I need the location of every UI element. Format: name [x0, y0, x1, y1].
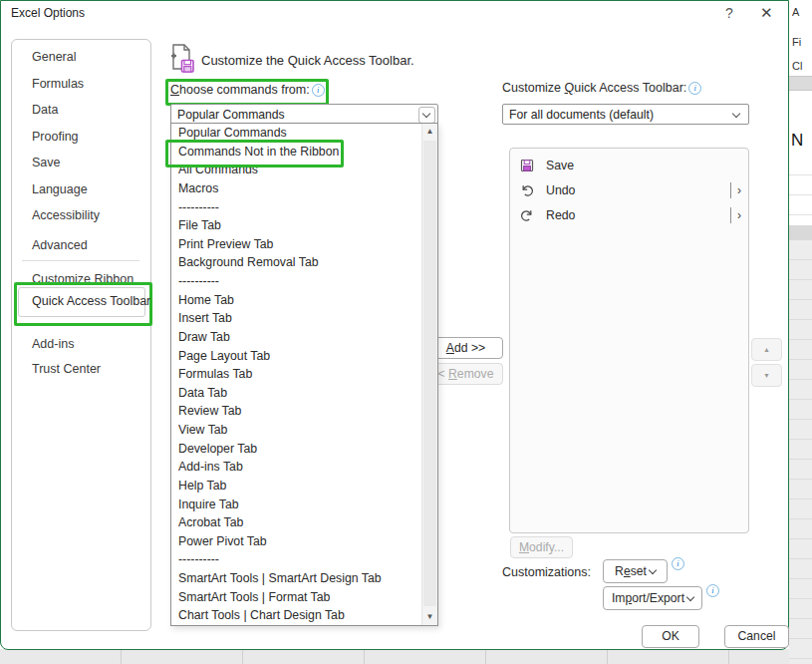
qat-command-undo[interactable]: Undo ›: [510, 178, 748, 203]
label-text: Customize: [502, 81, 565, 95]
dropdown-item[interactable]: Add-ins Tab: [171, 458, 422, 477]
dropdown-item[interactable]: ----------: [171, 272, 422, 291]
annotation-box-commands-not-in-ribbon: [165, 140, 344, 167]
bg-gridlines: [789, 240, 812, 664]
dropdown-item[interactable]: Insert Tab: [171, 309, 422, 328]
move-up-button-disabled: ▲: [751, 338, 782, 361]
customizations-label: Customizations:: [502, 565, 591, 579]
dropdown-item[interactable]: Print Preview Tab: [171, 235, 422, 254]
move-down-button-disabled: ▼: [751, 364, 782, 387]
dropdown-item[interactable]: Formulas Tab: [171, 365, 422, 384]
sidebar-item-language[interactable]: Language: [32, 182, 88, 196]
dropdown-item[interactable]: Macros: [171, 179, 422, 198]
dropdown-item[interactable]: Power Pivot Tab: [171, 532, 422, 551]
dropdown-item[interactable]: Data Tab: [171, 384, 422, 403]
dropdown-item[interactable]: Background Removal Tab: [171, 253, 422, 272]
info-icon[interactable]: i: [672, 557, 684, 570]
sidebar-item-formulas[interactable]: Formulas: [32, 77, 84, 91]
label-mnemonic: C: [170, 83, 179, 97]
modify-button-disabled: Modify...: [510, 536, 573, 558]
sidebar-item-general[interactable]: General: [32, 50, 76, 64]
dropdown-item[interactable]: File Tab: [171, 216, 422, 235]
excel-sheet-background-bottom: [0, 649, 789, 664]
chevron-down-icon: [422, 109, 430, 117]
sidebar-item-label: Quick Access Toolbar: [32, 294, 150, 308]
dropdown-item[interactable]: Draw Tab: [171, 328, 422, 347]
sidebar-item-save[interactable]: Save: [32, 156, 61, 169]
choose-commands-label: Choose commands from:i: [170, 83, 325, 97]
undo-icon: [519, 182, 535, 198]
info-icon[interactable]: i: [312, 84, 325, 97]
label-mnemonic: Q: [565, 81, 575, 95]
chevron-down-icon: [686, 593, 694, 601]
dropdown-item[interactable]: SmartArt Tools | SmartArt Design Tab: [171, 569, 422, 588]
dropdown-item[interactable]: ----------: [171, 198, 422, 217]
cancel-button[interactable]: Cancel: [724, 625, 789, 648]
dropdown-item[interactable]: Home Tab: [171, 291, 422, 310]
dropdown-item[interactable]: Inquire Tab: [171, 496, 422, 514]
label-text: <: [438, 367, 449, 381]
combobox-value: For all documents (default): [509, 108, 654, 122]
label-text: uick Access Toolbar:: [574, 81, 686, 95]
sidebar-item-add-ins[interactable]: Add-ins: [32, 337, 74, 351]
dialog-title: Excel Options: [11, 6, 85, 20]
choose-commands-dropdown-list: Popular CommandsCommands Not in the Ribb…: [170, 123, 438, 626]
qat-command-label: Save: [546, 159, 574, 172]
close-icon[interactable]: ✕: [760, 4, 773, 22]
sidebar-item-data[interactable]: Data: [32, 103, 58, 117]
sidebar-item-quick-access-toolbar-selected[interactable]: Quick Access Toolbar: [18, 287, 145, 317]
add-button[interactable]: Add >>: [428, 337, 503, 359]
choose-commands-combobox[interactable]: Popular Commands: [170, 104, 438, 125]
label-mnemonic: e: [624, 564, 631, 578]
dropdown-item[interactable]: Chart Tools | Chart Design Tab: [171, 606, 422, 625]
bg-gray-band: [789, 225, 812, 240]
dropdown-item[interactable]: Developer Tab: [171, 440, 422, 459]
split-dropdown-indicator[interactable]: ›: [730, 182, 741, 198]
sidebar-divider: [22, 260, 139, 261]
customize-qat-icon: [167, 43, 195, 74]
dropdown-item[interactable]: Help Tab: [171, 477, 422, 496]
scrollbar-thumb[interactable]: [423, 141, 436, 606]
dropdown-item[interactable]: Review Tab: [171, 402, 422, 421]
chevron-down-icon: [649, 566, 657, 574]
scroll-up-icon[interactable]: ▲: [422, 124, 437, 140]
import-export-button[interactable]: Import/Export: [603, 586, 702, 610]
label-text: emove: [457, 367, 494, 381]
options-sidebar: General Formulas Data Proofing Save Lang…: [11, 39, 151, 631]
label-text: odify...: [529, 540, 564, 554]
combobox-value: Popular Commands: [177, 108, 285, 122]
excel-sheet-background-right: A Fi Cl N: [789, 0, 812, 664]
sidebar-item-trust-center[interactable]: Trust Center: [32, 362, 101, 376]
qat-commands-list: Save Undo › Redo ›: [509, 148, 749, 533]
sidebar-item-proofing[interactable]: Proofing: [32, 130, 79, 144]
dropdown-item[interactable]: Page Layout Tab: [171, 347, 422, 366]
dropdown-item[interactable]: SmartArt Tools | Format Tab: [171, 588, 422, 607]
customize-qat-combobox[interactable]: For all documents (default): [502, 104, 749, 125]
scroll-down-icon[interactable]: ▼: [422, 609, 437, 625]
dropdown-scrollbar[interactable]: ▲ ▼: [421, 124, 437, 625]
dropdown-item[interactable]: ----------: [171, 550, 422, 569]
sidebar-item-advanced[interactable]: Advanced: [32, 238, 88, 252]
qat-command-redo[interactable]: Redo ›: [510, 203, 748, 228]
dropdown-item[interactable]: Acrobat Tab: [171, 513, 422, 532]
reset-button[interactable]: Reset: [603, 559, 668, 583]
ok-button[interactable]: OK: [642, 625, 699, 648]
qat-command-save[interactable]: Save: [510, 154, 748, 178]
info-icon[interactable]: i: [688, 82, 701, 95]
dropdown-item[interactable]: View Tab: [171, 421, 422, 440]
label-mnemonic: A: [446, 341, 454, 355]
dropdown-items: Popular CommandsCommands Not in the Ribb…: [171, 124, 422, 625]
help-icon[interactable]: ?: [725, 5, 733, 21]
label-text: ort/Export: [632, 591, 684, 605]
qat-command-label: Redo: [546, 208, 575, 222]
split-dropdown-indicator[interactable]: ›: [730, 207, 741, 223]
label-mnemonic: R: [448, 367, 457, 381]
label-text: set: [631, 564, 647, 578]
save-icon: [519, 158, 535, 173]
qat-command-label: Undo: [546, 183, 575, 197]
remove-button-disabled: < Remove: [428, 363, 503, 385]
combobox-dropdown-button[interactable]: [418, 107, 435, 124]
info-icon[interactable]: i: [706, 584, 719, 597]
sidebar-item-accessibility[interactable]: Accessibility: [32, 208, 100, 222]
label-text: dd >>: [454, 341, 485, 355]
